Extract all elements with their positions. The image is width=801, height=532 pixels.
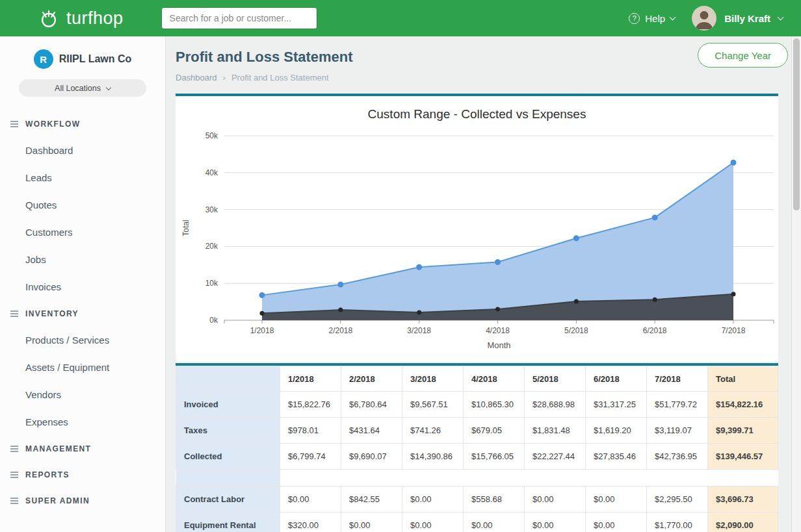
row-total: $3,696.73	[708, 487, 778, 513]
svg-text:1/2018: 1/2018	[250, 326, 274, 335]
section-lines-icon	[10, 474, 18, 475]
user-name: Billy Kraft	[724, 13, 770, 24]
company-badge: R	[34, 49, 53, 69]
sidebar-nav: WORKFLOWDashboardLeadsQuotesCustomersJob…	[0, 111, 165, 514]
cell-value: $15,766.05	[464, 444, 525, 470]
cell-value: $679.05	[464, 418, 525, 444]
section-lines-icon	[10, 123, 18, 125]
column-header: 6/2018	[586, 366, 647, 392]
cell-value: $10,865.30	[464, 392, 525, 418]
locations-dropdown[interactable]: All Locations	[19, 79, 146, 97]
breadcrumb-current: Profit and Loss Statement	[231, 73, 329, 82]
sidebar-section-inventory[interactable]: INVENTORY	[10, 301, 165, 327]
user-menu[interactable]: Billy Kraft	[692, 6, 783, 31]
svg-text:10k: 10k	[205, 279, 218, 288]
cell-value: $6,780.64	[341, 392, 402, 418]
cell-value: $978.01	[280, 418, 341, 444]
cell-value: $0.00	[402, 513, 464, 532]
company-switcher[interactable]: R RIIPL Lawn Co	[0, 36, 165, 69]
cell-value: $0.00	[525, 513, 586, 532]
cell-value: $1,770.00	[647, 513, 708, 532]
turfhop-logo-icon	[38, 7, 60, 29]
column-header: 2/2018	[341, 366, 402, 392]
column-header: 3/2018	[402, 366, 464, 392]
section-label: MANAGEMENT	[25, 444, 91, 453]
chevron-down-icon	[670, 14, 676, 20]
sidebar-item-dashboard[interactable]: Dashboard	[10, 137, 165, 164]
turfhop-logo[interactable]: turfhop	[38, 7, 124, 29]
table-row: Contract Labor$0.00$842.55$0.00$558.68$0…	[176, 487, 778, 513]
sidebar-section-super-admin[interactable]: SUPER ADMIN	[10, 488, 165, 514]
row-label: Collected	[176, 444, 280, 470]
nav-section: REPORTS	[10, 462, 165, 488]
help-icon: ?	[629, 13, 640, 24]
company-name: RIIPL Lawn Co	[59, 53, 132, 65]
cell-value: $51,779.72	[647, 392, 708, 418]
svg-text:Month: Month	[487, 340, 510, 350]
nav-section: SUPER ADMIN	[10, 488, 165, 514]
section-label: INVENTORY	[25, 309, 79, 318]
table-row: Invoiced$15,822.76$6,780.64$9,567.51$10,…	[176, 392, 778, 418]
column-header: 4/2018	[464, 366, 525, 392]
cell-value: $0.00	[341, 513, 402, 532]
cell-value: $14,390.86	[402, 444, 464, 470]
pnl-chart: 0k10k20k30k40k50k1/20182/20183/20184/201…	[176, 96, 778, 359]
pnl-table: 1/20182/20183/20184/20185/20186/20187/20…	[176, 366, 778, 532]
row-total: $154,822.16	[708, 392, 778, 418]
table-row: Equipment Rental$320.00$0.00$0.00$0.00$0…	[176, 513, 778, 532]
search-input[interactable]	[161, 7, 317, 29]
sidebar-item-products-services[interactable]: Products / Services	[10, 327, 165, 354]
table-row: Collected$6,799.74$9,690.07$14,390.86$15…	[176, 444, 778, 470]
chevron-down-icon	[106, 84, 111, 90]
sidebar-item-assets-equipment[interactable]: Assets / Equipment	[10, 354, 165, 381]
cell-value: $0.00	[586, 513, 647, 532]
section-lines-icon	[10, 313, 18, 314]
breadcrumb-dashboard[interactable]: Dashboard	[176, 73, 217, 82]
svg-text:7/2018: 7/2018	[722, 326, 746, 335]
search	[161, 7, 317, 29]
table-header-row: 1/20182/20183/20184/20185/20186/20187/20…	[176, 366, 778, 392]
sidebar-section-management[interactable]: MANAGEMENT	[10, 436, 165, 462]
nav-section: WORKFLOWDashboardLeadsQuotesCustomersJob…	[10, 111, 165, 301]
help-menu[interactable]: ? Help	[629, 13, 675, 24]
cell-value: $9,567.51	[402, 392, 464, 418]
change-year-button[interactable]: Change Year	[698, 43, 788, 68]
svg-text:4/2018: 4/2018	[486, 326, 510, 335]
sidebar-item-invoices[interactable]: Invoices	[10, 273, 165, 301]
column-header: 7/2018	[647, 366, 708, 392]
chevron-down-icon	[778, 14, 784, 20]
chart-card: 0k10k20k30k40k50k1/20182/20183/20184/201…	[176, 94, 778, 362]
cell-value: $0.00	[586, 487, 647, 513]
help-label: Help	[645, 13, 665, 24]
cell-value: $0.00	[280, 487, 341, 513]
svg-text:Custom Range - Collected vs Ex: Custom Range - Collected vs Expenses	[368, 107, 586, 121]
svg-text:5/2018: 5/2018	[564, 326, 588, 335]
sidebar-item-vendors[interactable]: Vendors	[10, 381, 165, 409]
avatar	[692, 6, 716, 31]
cell-value: $6,799.74	[280, 444, 341, 470]
breadcrumb-separator-icon: ›	[223, 73, 226, 82]
section-label: SUPER ADMIN	[25, 496, 90, 505]
svg-text:30k: 30k	[205, 205, 218, 214]
sidebar-item-customers[interactable]: Customers	[10, 219, 165, 246]
sidebar-section-workflow[interactable]: WORKFLOW	[10, 111, 165, 137]
sidebar-section-reports[interactable]: REPORTS	[10, 462, 165, 488]
column-header	[176, 366, 280, 392]
cell-value: $3,119.07	[647, 418, 708, 444]
sidebar-item-leads[interactable]: Leads	[10, 164, 165, 192]
row-label: Taxes	[176, 418, 280, 444]
scrollbar-thumb[interactable]	[793, 38, 800, 210]
row-total: $139,446.57	[708, 444, 778, 470]
cell-value: $558.68	[464, 487, 525, 513]
sidebar-item-quotes[interactable]: Quotes	[10, 192, 165, 219]
column-header: 1/2018	[280, 366, 341, 392]
sidebar-item-expenses[interactable]: Expenses	[10, 409, 165, 436]
scrollbar[interactable]	[791, 36, 801, 532]
nav-section: INVENTORYProducts / ServicesAssets / Equ…	[10, 301, 165, 436]
table-row: Taxes$978.01$431.64$741.26$679.05$1,831.…	[176, 418, 778, 444]
svg-text:3/2018: 3/2018	[407, 326, 431, 335]
cell-value: $27,835.46	[586, 444, 647, 470]
page-title: Profit and Loss Statement	[176, 49, 788, 66]
sidebar-item-jobs[interactable]: Jobs	[10, 246, 165, 273]
row-label: Invoiced	[176, 392, 280, 418]
